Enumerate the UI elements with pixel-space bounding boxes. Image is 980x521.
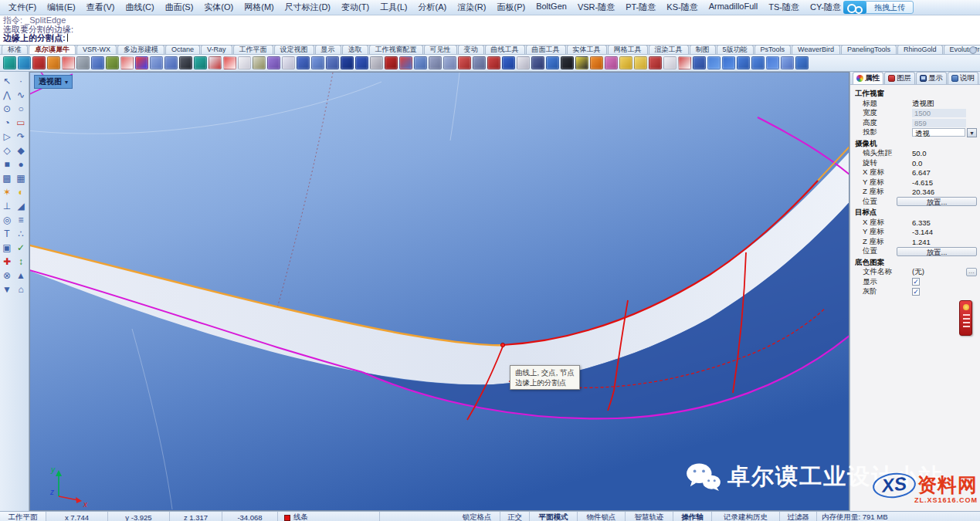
tool-icon[interactable]: ∿ [15,89,28,102]
toolbar-icon[interactable] [106,56,119,69]
tool-icon[interactable]: ↖ [1,75,14,88]
toolbar-icon[interactable] [370,56,383,69]
toolbar-icon[interactable] [561,56,574,69]
toolbar-icon[interactable] [3,56,16,69]
toolbar-icon[interactable] [179,56,192,69]
menu-item[interactable]: CY-随意 [805,0,846,15]
toolbar-icon[interactable] [781,56,794,69]
property-value[interactable]: 50.0 [912,149,977,157]
property-value[interactable]: -3.144 [912,228,977,236]
toolbar-tab[interactable]: 卓尔谟犀牛 [29,45,76,54]
toolbar-icon[interactable] [619,56,632,69]
toolbar-tab[interactable]: RhinoGold [897,45,943,54]
toolbar-icon[interactable] [429,56,442,69]
toolbar-tab[interactable]: WeaverBird [792,45,840,54]
toolbar-tab[interactable]: 网格工具 [608,45,648,54]
toolbar-icon[interactable] [766,56,779,69]
toolbar-icon[interactable] [443,56,456,69]
toolbar-icon[interactable] [282,56,295,69]
toolbar-tab[interactable]: 实体工具 [567,45,607,54]
toolbar-tab[interactable]: 选取 [342,45,368,54]
menu-item[interactable]: 实体(O) [198,0,239,15]
property-value[interactable]: (无) [912,267,966,277]
toolbar-icon[interactable] [414,56,427,69]
tool-icon[interactable]: ↷ [15,130,28,144]
tab-options-gear-icon[interactable] [969,46,977,54]
toolbar-tab[interactable]: 曲面工具 [526,45,566,54]
toolbar-icon[interactable] [62,56,75,69]
toolbar-icon[interactable] [238,56,251,69]
menu-item[interactable]: 文件(F) [3,0,42,15]
toolbar-icon[interactable] [590,56,603,69]
statusbar-toggle[interactable]: 操作轴 [673,512,712,521]
tool-icon[interactable]: ▣ [1,242,14,255]
toolbar-tab[interactable]: 可见性 [424,45,457,54]
toolbar-icon[interactable] [297,56,310,69]
toolbar-tab[interactable]: PanelingTools [841,45,897,54]
tool-icon[interactable]: ● [15,158,28,171]
toolbar-icon[interactable] [91,56,104,69]
menu-item[interactable]: VSR-随意 [572,0,620,15]
toolbar-icon[interactable] [399,56,412,69]
panel-tab[interactable]: 图层 [884,72,915,84]
toolbar-icon[interactable] [135,56,148,69]
viewport-title[interactable]: 透视图▾ [34,75,73,89]
tool-icon[interactable]: ◔ [1,117,14,130]
tool-icon[interactable]: ◇ [1,144,14,157]
property-value[interactable]: 6.647 [912,168,977,177]
cplane-menu-button[interactable]: 工作平面 [0,512,46,521]
toolbar-icon[interactable] [18,56,31,69]
toolbar-icon[interactable] [311,56,324,69]
property-extra-button[interactable] [966,268,977,276]
toolbar-icon[interactable] [517,56,530,69]
toolbar-icon[interactable] [209,56,222,69]
menu-item[interactable]: 分析(A) [413,0,453,15]
tool-icon[interactable]: ⊥ [1,200,14,213]
toolbar-tab[interactable]: VSR-WX [76,45,117,54]
upload-button[interactable]: 拖拽上传 [864,1,914,14]
viewport-canvas[interactable]: y x z [30,73,849,510]
toolbar-icon[interactable] [502,56,515,69]
property-value[interactable]: 1500 [912,109,966,117]
property-value[interactable]: 放置... [897,197,977,206]
menu-item[interactable]: 面板(P) [491,0,531,15]
tool-icon[interactable]: ⊙ [1,103,14,116]
toolbar-tab[interactable]: 制图 [690,45,716,54]
current-layer-pane[interactable]: 线条 [278,512,380,521]
toolbar-icon[interactable] [546,56,559,69]
toolbar-tab[interactable]: 渲染工具 [649,45,689,54]
toolbar-icon[interactable] [605,56,618,69]
property-value[interactable]: 放置... [897,247,977,256]
split-point-marker[interactable] [500,343,504,347]
tool-icon[interactable]: ○ [15,103,28,116]
tool-icon[interactable]: ◆ [15,144,28,157]
toolbar-icon[interactable] [722,56,735,69]
toolbar-tab[interactable]: PsTools [754,45,792,54]
toolbar-icon[interactable] [531,56,544,69]
toolbar-icon[interactable] [649,56,662,69]
tool-icon[interactable]: ↕ [15,255,28,269]
perspective-viewport[interactable]: y x z 透视图▾ 曲线上, 交点, 节点 边缘上的分割点 [29,72,849,511]
statusbar-toggle[interactable]: 正交 [500,512,530,521]
property-value[interactable]: 透视 [912,128,965,137]
property-value[interactable]: 859 [912,119,966,127]
toolbar-tab[interactable]: 工作视窗配置 [369,45,423,54]
property-value[interactable]: -4.615 [912,178,977,187]
menu-item[interactable]: 工具(L) [375,0,412,15]
statusbar-toggle[interactable]: 智慧轨迹 [626,512,673,521]
toolbar-tab[interactable]: V-Ray [201,45,232,54]
toolbar-tab[interactable]: 标准 [2,45,28,54]
toolbar-icon[interactable] [120,56,134,69]
toolbar-icon[interactable] [575,56,588,69]
toolbar-icon[interactable] [223,56,236,69]
tool-icon[interactable]: ◢ [15,200,28,213]
toolbar-tab[interactable]: 5版功能 [717,45,754,54]
upload-widget[interactable]: 拖拽上传 [843,1,914,14]
menu-item[interactable]: PT-随意 [620,0,661,15]
tool-icon[interactable]: ⋀ [1,89,14,102]
statusbar-toggle[interactable]: 平面模式 [530,512,578,521]
menu-item[interactable]: KS-随意 [661,0,703,15]
property-value[interactable]: 0.0 [912,159,977,167]
toolbar-icon[interactable] [385,56,398,69]
toolbar-icon[interactable] [634,56,647,69]
